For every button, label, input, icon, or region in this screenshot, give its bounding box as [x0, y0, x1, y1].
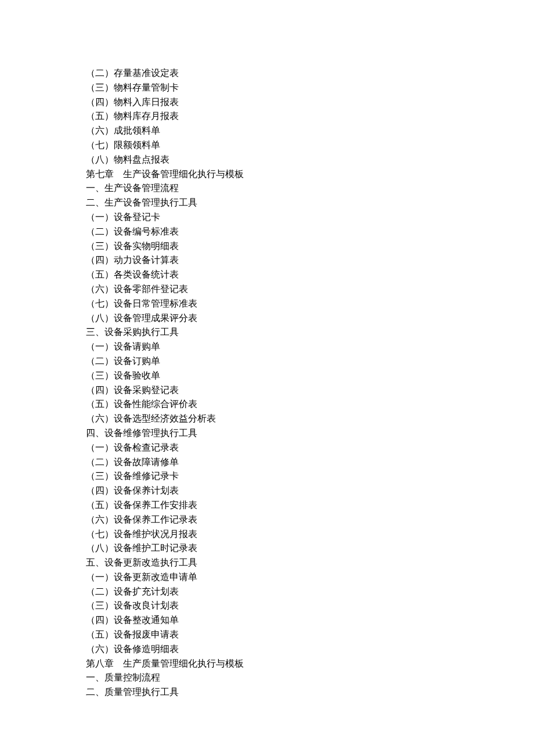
toc-line: （二）设备订购单	[86, 354, 446, 369]
chapter-heading: 第八章 生产质量管理细化执行与模板	[86, 657, 446, 671]
toc-line: （二）设备编号标准表	[86, 225, 446, 239]
chapter-heading: 第七章 生产设备管理细化执行与模板	[86, 167, 446, 182]
toc-line: （七）设备维护状况月报表	[86, 527, 446, 542]
toc-line: （八）设备管理成果评分表	[86, 311, 446, 326]
section-heading: 二、生产设备管理执行工具	[86, 196, 446, 210]
toc-line: （八）设备维护工时记录表	[86, 541, 446, 556]
toc-line: （八）物料盘点报表	[86, 153, 446, 167]
toc-line: （五）各类设备统计表	[86, 268, 446, 282]
section-heading: 四、设备维修管理执行工具	[86, 426, 446, 441]
toc-line: （五）设备性能综合评价表	[86, 397, 446, 412]
document-page: （二）存量基准设定表 （三）物料存量管制卡 （四）物料入库日报表 （五）物料库存…	[0, 0, 446, 700]
toc-line: （四）物料入库日报表	[86, 95, 446, 110]
toc-line: （一）设备更新改造申请单	[86, 570, 446, 585]
toc-line: （二）设备故障请修单	[86, 455, 446, 470]
toc-line: （四）设备整改通知单	[86, 613, 446, 628]
section-heading: 一、质量控制流程	[86, 671, 446, 685]
toc-line: （五）物料库存月报表	[86, 109, 446, 124]
toc-line: （三）设备维修记录卡	[86, 469, 446, 484]
toc-line: （二）设备扩充计划表	[86, 585, 446, 599]
toc-line: （六）设备保养工作记录表	[86, 513, 446, 527]
toc-line: （三）设备实物明细表	[86, 239, 446, 254]
toc-line: （六）设备零部件登记表	[86, 282, 446, 297]
toc-line: （四）动力设备计算表	[86, 253, 446, 268]
toc-line: （一）设备检查记录表	[86, 441, 446, 455]
section-heading: 五、设备更新改造执行工具	[86, 556, 446, 570]
toc-line: （一）设备请购单	[86, 340, 446, 354]
toc-line: （五）设备保养工作安排表	[86, 498, 446, 513]
toc-line: （七）限额领料单	[86, 138, 446, 153]
toc-line: （二）存量基准设定表	[86, 66, 446, 81]
toc-line: （七）设备日常管理标准表	[86, 297, 446, 311]
toc-line: （一）设备登记卡	[86, 210, 446, 225]
toc-line: （四）设备保养计划表	[86, 484, 446, 498]
toc-line: （六）设备修造明细表	[86, 642, 446, 657]
section-heading: 二、质量管理执行工具	[86, 685, 446, 700]
toc-line: （六）设备选型经济效益分析表	[86, 412, 446, 426]
toc-line: （三）设备改良计划表	[86, 599, 446, 613]
toc-line: （六）成批领料单	[86, 124, 446, 138]
section-heading: 一、生产设备管理流程	[86, 181, 446, 196]
toc-line: （五）设备报废申请表	[86, 628, 446, 642]
section-heading: 三、设备采购执行工具	[86, 325, 446, 340]
toc-line: （三）物料存量管制卡	[86, 81, 446, 95]
toc-line: （三）设备验收单	[86, 369, 446, 383]
toc-line: （四）设备采购登记表	[86, 383, 446, 398]
